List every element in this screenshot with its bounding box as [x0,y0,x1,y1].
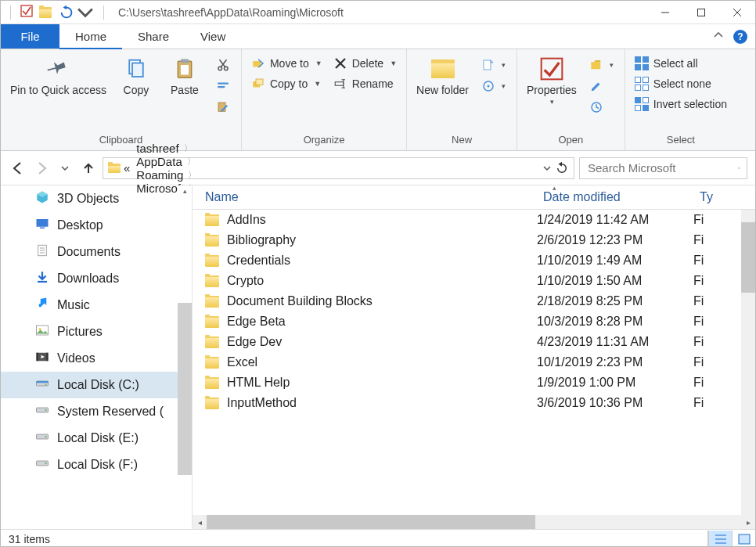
title-bar: C:\Users\tashreef\AppData\Roaming\Micros… [1,1,755,24]
collapse-ribbon-icon[interactable] [713,30,724,44]
file-row[interactable]: Bibliography 2/6/2019 12:23 PM Fi [193,230,755,250]
navpane-item[interactable]: Documents [1,239,192,265]
vertical-scrollbar[interactable] [741,210,755,515]
search-input[interactable] [586,160,738,175]
scroll-left-button[interactable]: ◂ [193,518,207,527]
thumbnails-view-button[interactable] [732,531,755,548]
column-date[interactable]: Date modified [537,190,693,204]
breadcrumb-item[interactable]: AppData〉 [133,155,200,168]
copy-to-button[interactable]: Copy to▼ [247,74,327,93]
sort-indicator-icon: ▴ [553,184,556,192]
paste-shortcut-button[interactable] [211,98,235,117]
column-name[interactable]: Name [193,190,537,204]
file-tab[interactable]: File [1,24,59,49]
new-item-button[interactable]: ▾ [477,56,510,74]
main-area: ▴ 3D ObjectsDesktopDocumentsDownloadsMus… [1,185,755,529]
nav-scrollbar-thumb[interactable] [178,303,192,475]
rename-button[interactable]: Rename [329,74,401,93]
file-row[interactable]: Edge Beta 10/3/2019 8:28 PM Fi [193,311,755,332]
history-button[interactable] [585,98,618,117]
properties-button[interactable]: Properties ▾ [522,52,581,109]
pin-quick-access-button[interactable]: Pin to Quick access [5,52,111,99]
recent-locations-button[interactable] [56,159,74,178]
minimize-button[interactable] [647,1,683,24]
navpane-item[interactable]: Local Disk (E:) [1,425,192,452]
breadcrumb-item[interactable]: tashreef〉 [133,142,200,155]
navpane-item[interactable]: 3D Objects [1,185,192,212]
navpane-item[interactable]: Local Disk (C:) [1,372,192,398]
refresh-icon[interactable] [555,161,569,175]
group-label: Select [667,131,695,150]
file-row[interactable]: HTML Help 1/9/2019 1:00 PM Fi [193,372,755,393]
back-button[interactable] [9,159,27,178]
select-all-button[interactable]: Select all [630,54,732,73]
copy-path-button[interactable] [211,77,235,95]
navpane-label: Desktop [57,218,103,232]
details-view-button[interactable] [708,531,732,548]
search-box[interactable] [579,157,747,179]
scrollbar-thumb[interactable] [741,222,755,293]
search-icon[interactable] [738,162,740,175]
file-name: HTML Help [227,376,537,390]
file-row[interactable]: AddIns 1/24/2019 11:42 AM Fi [193,210,755,230]
file-row[interactable]: Document Building Blocks 2/18/2019 8:25 … [193,291,755,311]
navpane-item[interactable]: Music [1,292,192,318]
navpane-item[interactable]: Local Disk (F:) [1,452,192,478]
delete-button[interactable]: Delete▼ [329,54,401,73]
edit-button[interactable] [585,77,618,95]
file-row[interactable]: Edge Dev 4/23/2019 11:31 AM Fi [193,332,755,352]
breadcrumb-bar[interactable]: « tashreef〉AppData〉Roaming〉Microsoft〉 [103,157,574,179]
select-none-button[interactable]: Select none [630,74,732,93]
quick-access-toolbar [1,4,107,21]
group-new: New folder ▾ ▾ New [407,49,517,150]
svg-rect-35 [40,228,45,229]
file-date: 10/3/2019 8:28 PM [537,315,693,329]
svg-rect-58 [739,534,750,544]
help-icon[interactable]: ? [733,30,747,44]
file-row[interactable]: Excel 10/1/2019 2:23 PM Fi [193,352,755,372]
scroll-right-button[interactable]: ▸ [741,518,755,527]
svg-point-50 [45,409,46,411]
close-button[interactable] [719,1,755,24]
breadcrumb-overflow[interactable]: « [121,161,133,175]
up-button[interactable] [79,159,98,178]
chevron-right-icon: 〉 [187,156,196,167]
easy-access-button[interactable]: ▾ [477,77,510,95]
svg-point-52 [45,436,46,437]
navpane-item[interactable]: Desktop [1,212,192,239]
file-row[interactable]: Crypto 1/10/2019 1:50 AM Fi [193,271,755,291]
file-row[interactable]: InputMethod 3/6/2019 10:36 PM Fi [193,393,755,413]
navpane-item[interactable]: Pictures [1,318,192,345]
open-button[interactable]: ▾ [585,56,618,74]
folder-icon [205,357,219,369]
invert-selection-button[interactable]: Invert selection [630,95,732,113]
navpane-item[interactable]: Downloads [1,265,192,292]
breadcrumb-item[interactable]: Roaming〉 [133,168,200,182]
forward-button[interactable] [32,159,51,178]
properties-qat-icon[interactable] [20,5,33,20]
new-folder-button[interactable]: New folder [412,52,473,99]
svg-rect-26 [484,60,491,70]
cut-button[interactable] [211,56,235,74]
hscroll-thumb[interactable] [207,515,535,529]
navpane-item[interactable]: System Reserved ( [1,398,192,425]
file-rows: AddIns 1/24/2019 11:42 AM Fi Bibliograph… [193,210,755,515]
view-tab[interactable]: View [185,24,241,49]
navigation-pane[interactable]: ▴ 3D ObjectsDesktopDocumentsDownloadsMus… [1,185,193,529]
column-type[interactable]: Ty [693,190,755,204]
item-count: 31 items [9,533,50,545]
paste-button[interactable]: Paste [161,52,208,99]
new-folder-qat-icon[interactable] [39,7,52,18]
file-row[interactable]: Credentials 1/10/2019 1:49 AM Fi [193,250,755,271]
undo-qat-button[interactable] [58,4,94,21]
move-to-button[interactable]: Move to▼ [247,54,327,73]
chevron-down-icon[interactable] [542,164,552,173]
copy-button[interactable]: Copy [113,52,160,99]
folder-icon [205,275,219,287]
maximize-button[interactable] [683,1,719,24]
share-tab[interactable]: Share [122,24,185,49]
navpane-item[interactable]: Videos [1,345,192,372]
nav-scroll-up[interactable]: ▴ [178,185,192,196]
horizontal-scrollbar[interactable]: ◂ ▸ [193,515,755,529]
home-tab[interactable]: Home [59,24,122,49]
